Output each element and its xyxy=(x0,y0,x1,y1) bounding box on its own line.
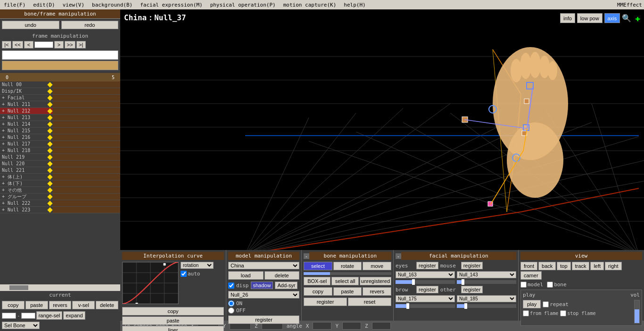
ay-value-input[interactable]: 0.0 xyxy=(342,322,361,330)
repeat-checkbox[interactable] xyxy=(543,301,549,307)
model-select2[interactable]: Null_26 xyxy=(228,291,299,299)
sel-bone-select[interactable]: Sel Bone xyxy=(2,322,40,329)
from-flame-checkbox[interactable] xyxy=(523,310,529,316)
revers-button[interactable]: revers xyxy=(49,301,72,309)
bone-row[interactable]: + Facial xyxy=(0,95,120,101)
add-icon[interactable]: ✚ xyxy=(635,13,640,23)
shadow-button[interactable]: shadow xyxy=(251,282,273,289)
bone-row[interactable]: + グループ xyxy=(0,194,120,200)
other-slider[interactable] xyxy=(457,304,516,308)
undo-button[interactable]: undo xyxy=(2,21,59,29)
range-sel-button[interactable]: range-sel xyxy=(36,311,63,320)
bone-revers-button[interactable]: revers xyxy=(363,287,391,296)
eyes-select[interactable]: Null_163 xyxy=(396,271,455,278)
bone-move-button[interactable]: move xyxy=(363,262,391,270)
bone-row[interactable]: + Null_218 xyxy=(0,147,120,154)
brow-slider[interactable] xyxy=(396,304,455,308)
ax-value-input[interactable]: 0.0 xyxy=(313,322,331,330)
model-register-button[interactable]: register xyxy=(228,315,299,324)
menu-facial[interactable]: facial expression(M) xyxy=(138,2,204,8)
top-button[interactable]: top xyxy=(557,262,570,270)
menu-view[interactable]: view(V) xyxy=(61,2,86,8)
bone-paste-button[interactable]: paste xyxy=(333,287,362,296)
back-button[interactable]: back xyxy=(538,262,556,270)
interp-copy-button[interactable]: copy xyxy=(122,307,224,315)
bone-register-button[interactable]: register xyxy=(304,298,347,306)
frame-textbox2[interactable] xyxy=(2,61,118,70)
other-register-button[interactable]: register xyxy=(461,286,483,293)
mouse-select[interactable]: Null_143 xyxy=(457,271,516,278)
menu-background[interactable]: background(B) xyxy=(90,2,134,8)
frame-prev-button[interactable]: < xyxy=(24,41,33,48)
range-input2[interactable] xyxy=(21,313,35,319)
play-button[interactable]: play xyxy=(523,300,541,308)
bone-row[interactable]: + Null_223 xyxy=(0,207,120,213)
axis-button[interactable]: axis xyxy=(604,13,620,23)
model-load-button[interactable]: load xyxy=(228,271,264,280)
range-input[interactable] xyxy=(2,313,16,319)
bone-minus-button[interactable]: - xyxy=(304,253,309,259)
front-button[interactable]: front xyxy=(520,262,537,270)
bone-row[interactable]: Null_220 xyxy=(0,161,120,167)
bone-rotate-button[interactable]: rotate xyxy=(333,262,362,270)
redo-button[interactable]: redo xyxy=(61,21,119,29)
vsel-button[interactable]: v-sel xyxy=(72,301,95,309)
mouse-slider[interactable] xyxy=(457,280,516,284)
bone-row[interactable]: + Null_216 xyxy=(0,134,120,141)
bone-row[interactable]: + Null_212 xyxy=(0,108,120,114)
right-button[interactable]: right xyxy=(605,262,621,270)
expand-button[interactable]: expand xyxy=(63,311,85,320)
horizontal-scrollbar[interactable] xyxy=(0,284,120,291)
bone-row[interactable]: + Null_217 xyxy=(0,141,120,147)
off-radio[interactable] xyxy=(228,307,234,314)
info-button[interactable]: info xyxy=(560,13,575,23)
search-icon[interactable]: 🔍 xyxy=(622,13,631,23)
bone-row[interactable]: + 体(下) xyxy=(0,180,120,187)
bone-copy-button[interactable]: copy xyxy=(304,287,332,296)
interp-paste-button[interactable]: paste xyxy=(122,316,224,325)
model-select[interactable]: China xyxy=(228,262,299,269)
paste-button[interactable]: paste xyxy=(25,301,48,309)
bone-row[interactable]: + Null_214 xyxy=(0,121,120,128)
bone-row[interactable]: Null_219 xyxy=(0,154,120,161)
other-select[interactable]: Null_185 xyxy=(457,295,516,302)
bone-selectall-button[interactable]: select all xyxy=(331,277,358,285)
az-value-input[interactable]: 0.0 xyxy=(372,322,391,330)
interp-liner-button[interactable]: liner xyxy=(122,326,224,331)
model-checkbox[interactable] xyxy=(520,282,527,288)
menu-file[interactable]: file(F) xyxy=(2,2,27,8)
auto-checkbox[interactable] xyxy=(181,271,187,277)
frame-last-button[interactable]: >| xyxy=(76,41,86,48)
bone-row[interactable]: Null_00 xyxy=(0,81,120,88)
eyes-register-button[interactable]: register xyxy=(416,262,438,269)
frame-textbox[interactable] xyxy=(2,50,118,60)
frame-next-button[interactable]: > xyxy=(54,41,64,48)
bone-row[interactable]: + Null_222 xyxy=(0,200,120,207)
bone-boxsel-button[interactable]: BOX-sel xyxy=(304,277,330,285)
menu-edit[interactable]: edit(D) xyxy=(31,2,57,8)
bone-select-button[interactable]: select xyxy=(304,262,332,270)
bone-row[interactable]: Null_221 xyxy=(0,167,120,174)
brow-select[interactable]: Null_175 xyxy=(396,295,455,302)
bone-list[interactable]: Null_00Disp/IK+ Facial+ Null_211+ Null_2… xyxy=(0,81,120,284)
frame-prev-big-button[interactable]: << xyxy=(12,41,23,48)
bone-row[interactable]: + その他 xyxy=(0,187,120,194)
copy-button[interactable]: copy xyxy=(2,301,25,309)
facial-minus-button[interactable]: - xyxy=(396,253,401,259)
bone-checkbox[interactable] xyxy=(547,282,553,288)
bone-row[interactable]: + Null_213 xyxy=(0,114,120,121)
stop-flame-checkbox[interactable] xyxy=(560,310,566,316)
brow-register-button[interactable]: register xyxy=(416,286,438,293)
bone-row[interactable]: + Null_215 xyxy=(0,128,120,134)
menu-motion[interactable]: motion capture(K) xyxy=(281,2,339,8)
eyes-slider[interactable] xyxy=(396,280,455,284)
frame-next-big-button[interactable]: >> xyxy=(65,41,75,48)
addsyr-button[interactable]: Add-syr xyxy=(275,282,297,289)
low-pow-button[interactable]: low pow xyxy=(577,13,603,23)
bone-unregistered-button[interactable]: unregistered xyxy=(360,277,391,285)
disp-checkbox[interactable] xyxy=(228,283,234,289)
frame-first-button[interactable]: |< xyxy=(2,41,11,48)
mouse-register-button[interactable]: register xyxy=(461,262,483,269)
volume-slider[interactable] xyxy=(634,300,640,323)
bone-reset-button[interactable]: reset xyxy=(348,298,391,306)
